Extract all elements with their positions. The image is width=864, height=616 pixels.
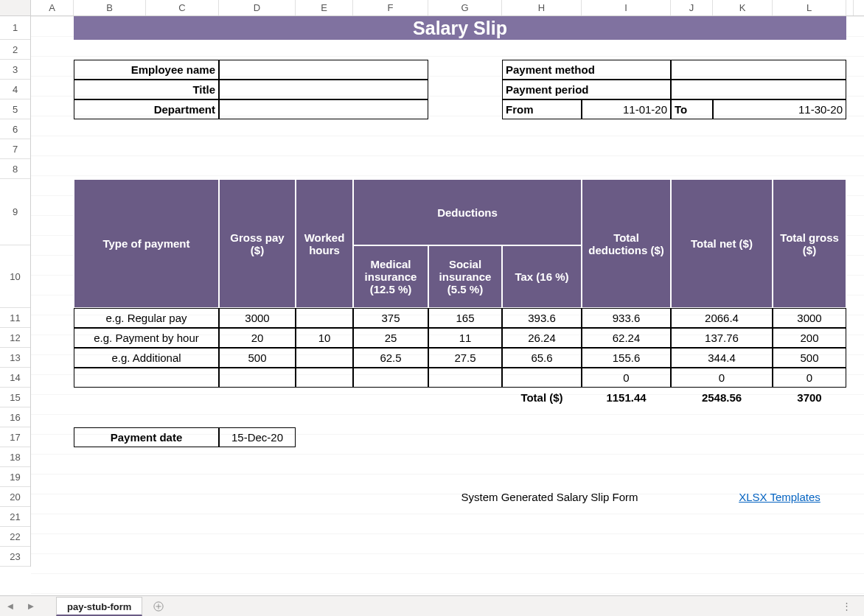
cell-total-net[interactable]: 2066.4 [671,308,773,328]
cell-worked[interactable] [296,348,353,368]
row-header-12[interactable]: 12 [0,328,30,348]
col-header-B[interactable]: B [74,0,146,15]
cell-total-ded[interactable]: 62.24 [582,328,671,348]
cell-total-net[interactable]: 344.4 [671,348,773,368]
th-total-gross: Total gross ($) [773,179,846,308]
cell-gross[interactable]: 500 [219,348,296,368]
row-headers: 1234567891011121314151617181920212223 [0,16,31,567]
cell-gross[interactable]: 3000 [219,308,296,328]
to-value[interactable]: 11-30-20 [713,99,846,119]
th-medical: Medical insurance (12.5 %) [353,245,428,308]
cell-medical[interactable]: 375 [353,308,428,328]
employee-title-value[interactable] [219,80,428,99]
row-header-15[interactable]: 15 [0,388,30,407]
row-header-21[interactable]: 21 [0,507,30,527]
row-header-8[interactable]: 8 [0,159,30,179]
row-header-2[interactable]: 2 [0,40,30,60]
tab-bar-options[interactable]: ⋮ [837,601,855,612]
total-net: 2548.56 [671,388,773,407]
row-header-16[interactable]: 16 [0,407,30,427]
cell-medical[interactable] [353,368,428,388]
cell-social[interactable] [428,368,502,388]
cell-medical[interactable]: 62.5 [353,348,428,368]
row-header-4[interactable]: 4 [0,80,30,99]
tab-nav-next[interactable]: ► [21,601,41,612]
row-header-19[interactable]: 19 [0,467,30,487]
sheet-tab-active[interactable]: pay-stub-form [56,597,142,616]
cell-medical[interactable]: 25 [353,328,428,348]
payment-date-value[interactable]: 15-Dec-20 [219,427,296,447]
employee-department-value[interactable] [219,99,428,119]
cell-tax[interactable]: 393.6 [502,308,582,328]
from-value[interactable]: 11-01-20 [582,99,671,119]
payment-method-value[interactable] [671,60,846,80]
col-header-D[interactable]: D [219,0,296,15]
cell-gross[interactable] [219,368,296,388]
col-header-E[interactable]: E [296,0,353,15]
col-header-J[interactable]: J [671,0,713,15]
col-header-C[interactable]: C [146,0,219,15]
plus-icon [153,601,164,612]
cell-worked[interactable]: 10 [296,328,353,348]
row-header-13[interactable]: 13 [0,348,30,368]
cell-total-ded[interactable]: 933.6 [582,308,671,328]
footer-link[interactable]: XLSX Templates [713,487,846,507]
cell-total-net[interactable]: 137.76 [671,328,773,348]
xlsx-templates-link[interactable]: XLSX Templates [739,491,821,503]
sheet-grid[interactable]: Salary SlipEmployee nameTitleDepartmentP… [31,16,864,595]
select-all-corner[interactable] [0,0,31,15]
col-header-G[interactable]: G [428,0,502,15]
col-header-F[interactable]: F [353,0,428,15]
row-header-3[interactable]: 3 [0,60,30,80]
cell-total-net[interactable]: 0 [671,368,773,388]
col-header-K[interactable]: K [713,0,773,15]
row-header-1[interactable]: 1 [0,16,30,40]
th-tax: Tax (16 %) [502,245,582,308]
cell-total-gross[interactable]: 500 [773,348,846,368]
payment-period-value[interactable] [671,80,846,99]
row-header-11[interactable]: 11 [0,308,30,328]
row-header-18[interactable]: 18 [0,447,30,467]
row-header-23[interactable]: 23 [0,547,30,567]
row-header-22[interactable]: 22 [0,527,30,547]
cell-total-ded[interactable]: 0 [582,368,671,388]
table-row[interactable]: e.g. Additional [74,348,219,368]
row-header-17[interactable]: 17 [0,427,30,447]
employee-title-label: Title [74,80,219,99]
cell-tax[interactable]: 26.24 [502,328,582,348]
employee-name-value[interactable] [219,60,428,80]
cell-tax[interactable] [502,368,582,388]
tab-nav-prev[interactable]: ◄ [0,601,21,612]
row-header-6[interactable]: 6 [0,119,30,139]
row-header-10[interactable]: 10 [0,245,30,308]
payment-method-label: Payment method [502,60,671,80]
table-row[interactable]: e.g. Regular pay [74,308,219,328]
th-type: Type of payment [74,179,219,308]
cell-tax[interactable]: 65.6 [502,348,582,368]
cell-total-ded[interactable]: 155.6 [582,348,671,368]
row-header-7[interactable]: 7 [0,139,30,159]
row-header-5[interactable]: 5 [0,99,30,119]
cell-worked[interactable] [296,308,353,328]
row-header-14[interactable]: 14 [0,368,30,388]
cell-total-gross[interactable]: 200 [773,328,846,348]
cell-gross[interactable]: 20 [219,328,296,348]
col-header-A[interactable]: A [31,0,74,15]
table-row[interactable] [74,368,219,388]
sheet-tab-bar: ◄ ► pay-stub-form ⋮ [0,595,864,616]
column-headers: ABCDEFGHIJKL [0,0,864,16]
cell-social[interactable]: 11 [428,328,502,348]
table-row[interactable]: e.g. Payment by hour [74,328,219,348]
from-label: From [502,99,582,119]
cell-total-gross[interactable]: 0 [773,368,846,388]
col-header-I[interactable]: I [582,0,671,15]
cell-social[interactable]: 165 [428,308,502,328]
row-header-20[interactable]: 20 [0,487,30,507]
cell-social[interactable]: 27.5 [428,348,502,368]
add-sheet-button[interactable] [148,600,169,613]
col-header-H[interactable]: H [502,0,582,15]
cell-worked[interactable] [296,368,353,388]
row-header-9[interactable]: 9 [0,179,30,245]
col-header-L[interactable]: L [773,0,846,15]
cell-total-gross[interactable]: 3000 [773,308,846,328]
